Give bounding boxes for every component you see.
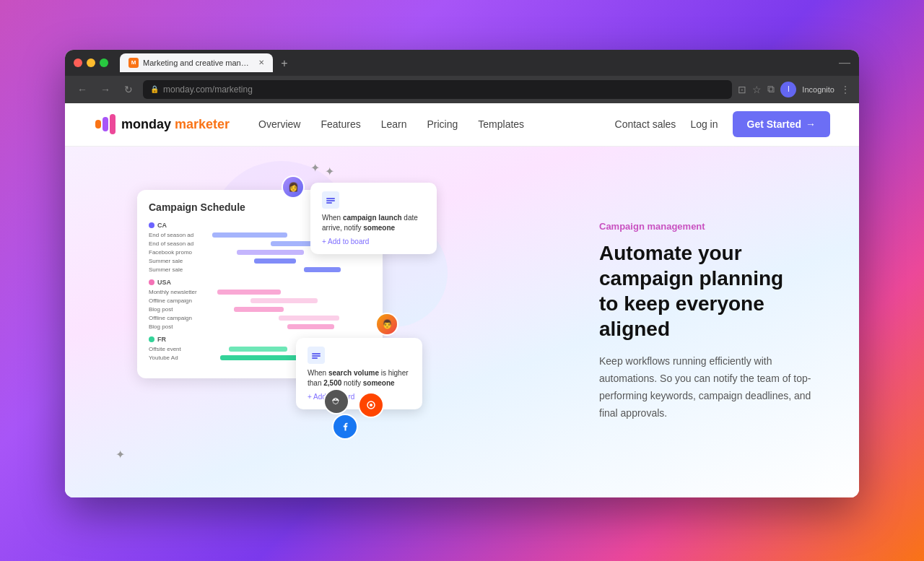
back-button[interactable]: ← bbox=[74, 81, 91, 98]
bar bbox=[287, 324, 334, 329]
facebook-icon bbox=[332, 414, 358, 440]
logo-text: monday marketer bbox=[121, 117, 230, 132]
main-description: Keep workflows running efficiently with … bbox=[599, 353, 830, 422]
log-in-link[interactable]: Log in bbox=[690, 118, 718, 130]
right-panel: Campaign management Automate your campai… bbox=[585, 147, 859, 497]
active-tab[interactable]: M Marketing and creative manag... ✕ bbox=[120, 53, 273, 72]
svg-rect-7 bbox=[312, 355, 321, 357]
incognito-label: Incognito bbox=[802, 85, 834, 94]
reddit-eye-icon bbox=[358, 392, 384, 418]
logo-svg-icon bbox=[94, 113, 117, 136]
group-usa-name: USA bbox=[157, 279, 171, 286]
svg-rect-2 bbox=[110, 114, 116, 134]
group-fr-name: FR bbox=[157, 336, 166, 343]
bar bbox=[250, 298, 318, 303]
nav-link-overview[interactable]: Overview bbox=[258, 118, 300, 130]
cast-icon[interactable]: ⊡ bbox=[738, 84, 746, 95]
website-content: monday marketer Overview Features Learn … bbox=[65, 103, 859, 497]
close-traffic-light[interactable] bbox=[74, 58, 82, 67]
forward-button[interactable]: → bbox=[97, 81, 114, 98]
new-tab-button[interactable]: + bbox=[276, 55, 293, 72]
svg-rect-0 bbox=[95, 120, 101, 129]
nav-right: Contact sales Log in Get Started → bbox=[615, 111, 830, 137]
bar bbox=[217, 290, 281, 295]
bar bbox=[229, 347, 287, 352]
main-content: ✦ ✦ ✦ 👩 Campaign Schedule CA bbox=[65, 147, 859, 497]
browser-toolbar: ← → ↻ 🔒 monday.com/marketing ⊡ ☆ ⧉ I Inc… bbox=[65, 76, 859, 103]
table-row: Blog post bbox=[149, 306, 371, 313]
svg-rect-8 bbox=[312, 357, 318, 359]
notif-add-top[interactable]: + Add to board bbox=[322, 238, 425, 245]
avatar-mid: 👨 bbox=[375, 313, 398, 336]
campaign-tag: Campaign management bbox=[599, 221, 830, 232]
window-minimize-icon[interactable]: — bbox=[839, 56, 850, 69]
traffic-lights bbox=[74, 58, 108, 67]
group-fr-dot bbox=[149, 336, 154, 342]
more-options-icon[interactable]: ⋮ bbox=[840, 84, 850, 95]
avatar-top: 👩 bbox=[282, 175, 305, 199]
table-row: Offline campaign bbox=[149, 297, 371, 304]
browser-window: M Marketing and creative manag... ✕ + — … bbox=[65, 50, 859, 497]
reload-button[interactable]: ↻ bbox=[120, 81, 137, 98]
browser-tabs: M Marketing and creative manag... ✕ + bbox=[120, 53, 833, 72]
table-row: Summer sale bbox=[149, 266, 371, 273]
svg-rect-4 bbox=[326, 200, 335, 201]
contact-sales-link[interactable]: Contact sales bbox=[615, 118, 676, 130]
group-ca-name: CA bbox=[157, 222, 167, 229]
site-logo: monday marketer bbox=[94, 113, 230, 136]
browser-chrome: M Marketing and creative manag... ✕ + — … bbox=[65, 50, 859, 103]
address-bar[interactable]: 🔒 monday.com/marketing bbox=[143, 80, 732, 99]
svg-rect-1 bbox=[103, 117, 108, 131]
sparkle-1: ✦ bbox=[310, 161, 320, 175]
bar bbox=[279, 316, 339, 321]
svg-rect-6 bbox=[312, 353, 321, 355]
bar bbox=[234, 307, 284, 312]
address-text: monday.com/marketing bbox=[163, 84, 253, 95]
nav-link-learn[interactable]: Learn bbox=[381, 118, 407, 130]
bar bbox=[254, 258, 296, 264]
bar bbox=[237, 250, 304, 255]
bookmark-icon[interactable]: ☆ bbox=[752, 84, 762, 95]
tab-overview-icon[interactable]: ⧉ bbox=[767, 83, 775, 95]
table-row: Blog post bbox=[149, 323, 371, 330]
svg-rect-3 bbox=[326, 198, 335, 199]
group-ca-dot bbox=[149, 222, 154, 228]
table-row: Offline campaign bbox=[149, 315, 371, 321]
tab-favicon-icon: M bbox=[128, 58, 139, 68]
nav-link-features[interactable]: Features bbox=[321, 118, 360, 130]
sparkle-3: ✦ bbox=[116, 448, 125, 461]
nav-links: Overview Features Learn Pricing Template… bbox=[258, 118, 614, 130]
site-nav: monday marketer Overview Features Learn … bbox=[65, 103, 859, 147]
main-heading: Automate your campaign planning to keep … bbox=[599, 240, 830, 342]
group-usa: USA Monthly newsletter Offline campaign bbox=[149, 279, 371, 330]
notif-text-top: When campaign launch date arrive, notify… bbox=[322, 213, 425, 233]
svg-point-10 bbox=[370, 404, 372, 406]
bar bbox=[212, 232, 287, 238]
table-row: Monthly newsletter bbox=[149, 289, 371, 295]
profile-button[interactable]: I bbox=[780, 82, 796, 97]
nav-link-templates[interactable]: Templates bbox=[478, 118, 524, 130]
get-started-button[interactable]: Get Started → bbox=[733, 111, 830, 137]
minimize-traffic-light[interactable] bbox=[87, 58, 95, 67]
hat-icon: ⛑ bbox=[323, 388, 349, 414]
table-row: Summer sale bbox=[149, 258, 371, 264]
svg-rect-5 bbox=[326, 202, 332, 204]
notif-icon-bottom bbox=[308, 347, 325, 364]
nav-link-pricing[interactable]: Pricing bbox=[427, 118, 458, 130]
notif-text-bottom: When search volume is higher than 2,500 … bbox=[308, 368, 411, 388]
lock-icon: 🔒 bbox=[150, 85, 159, 93]
notification-card-top: When campaign launch date arrive, notify… bbox=[310, 183, 437, 254]
group-usa-dot bbox=[149, 279, 154, 285]
browser-titlebar: M Marketing and creative manag... ✕ + — bbox=[65, 50, 859, 76]
toolbar-right: ⊡ ☆ ⧉ I Incognito ⋮ bbox=[738, 82, 850, 97]
left-panel: ✦ ✦ ✦ 👩 Campaign Schedule CA bbox=[65, 147, 585, 497]
sparkle-2: ✦ bbox=[325, 165, 334, 178]
maximize-traffic-light[interactable] bbox=[100, 58, 108, 67]
tab-title: Marketing and creative manag... bbox=[143, 58, 251, 67]
notif-icon-top bbox=[322, 191, 339, 209]
tab-close-icon[interactable]: ✕ bbox=[258, 58, 264, 66]
bar bbox=[304, 267, 341, 272]
